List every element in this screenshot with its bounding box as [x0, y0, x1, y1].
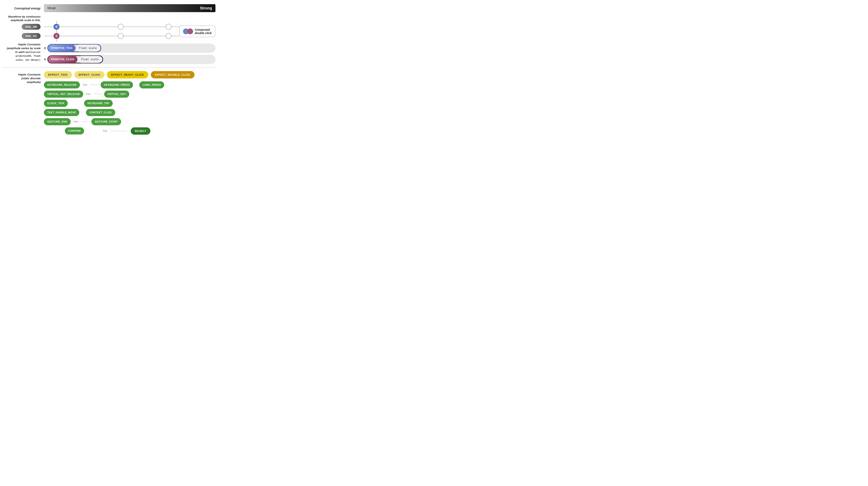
effect-click-button[interactable]: EFFECT_CLICK: [74, 71, 104, 78]
hal-h0-mid1: [118, 24, 124, 30]
pair-label-3: Pair: [73, 120, 78, 123]
effect-tick-button[interactable]: EFFECT_TICK: [44, 71, 72, 78]
disc-row-text-handle: TEXT_HANDLE_MOVE CONTEXT_CLICK: [44, 109, 215, 116]
primitive-section: Haptic Constants(amplitude varies by sca…: [2, 43, 215, 64]
hal-h0-mid2: [166, 24, 172, 30]
tick-indicator: [44, 47, 46, 49]
discrete-label: Haptic Constants(static discreteamplitud…: [2, 71, 44, 84]
disc-row-gesture: GESTURE_END Pair GESTURE_START: [44, 118, 215, 125]
disc-row-keyboard: KEYBOARD_RELEASE Pair KEYBOARD_PRESS LON…: [44, 82, 215, 89]
hal-h1-badge: HAL_H1: [22, 33, 40, 39]
composed-legend-box: Composeddouble click: [179, 26, 215, 37]
hal-h1-label: HAL_H1: [2, 33, 44, 39]
primitive-tick-row: PRIMITIVE_TICK float scale: [44, 43, 215, 53]
legend-circles: [183, 28, 193, 34]
disc-row-clock: CLOCK_TICK KEYBOARD_TAP: [44, 100, 215, 107]
hal-h0-start-circle: S: [54, 24, 59, 30]
keyboard-tap-button[interactable]: KEYBOARD_TAP: [84, 100, 113, 107]
disc-row-virtual-key: VIRTUAL_KEY_RELEASE Pair VIRTUAL_KEY: [44, 91, 215, 98]
reject-button[interactable]: REJECT: [131, 127, 150, 135]
hal-sliders-wrapper: HAL_H0 S HAL_H1 S: [2, 23, 215, 40]
primitive-bars: PRIMITIVE_TICK float scale PRIMITIVE_CLI…: [44, 43, 215, 64]
hal-h0-badge: HAL_H0: [22, 24, 40, 30]
energy-bar: Weak Strong: [44, 4, 215, 12]
click-scale-badge: float scale: [78, 56, 102, 63]
composed-legend-text: Composeddouble click: [195, 28, 212, 35]
energy-strong-label: Strong: [200, 6, 212, 10]
confirm-button[interactable]: CONFIRM: [65, 127, 84, 134]
click-track[interactable]: PRIMITIVE_CLICK float scale: [47, 55, 215, 64]
disc-row-confirm: CONFIRM Pair REJECT: [44, 127, 215, 135]
clock-tick-button[interactable]: CLOCK_TICK: [44, 100, 68, 107]
hal-h1-mid2: [166, 33, 172, 39]
click-indicator: [44, 58, 46, 60]
hal-h0-label: HAL_H0: [2, 24, 44, 30]
tick-track[interactable]: PRIMITIVE_TICK float scale: [47, 43, 215, 53]
discrete-grid: EFFECT_TICK EFFECT_CLICK EFFECT_HEAVY_CL…: [44, 71, 215, 135]
tick-scale-badge: float scale: [76, 44, 100, 52]
legend-pink-circle: [187, 28, 193, 34]
tick-pill: PRIMITIVE_TICK float scale: [48, 44, 101, 52]
context-click-button[interactable]: CONTEXT_CLICK: [86, 109, 115, 116]
keyboard-release-button[interactable]: KEYBOARD_RELEASE: [44, 82, 80, 89]
effect-heavy-click-button[interactable]: EFFECT_HEAVY_CLICK: [107, 71, 148, 78]
click-pill: PRIMITIVE_CLICK float scale: [48, 56, 103, 63]
conceptual-energy-row: Conceptual energy Weak Strong: [2, 4, 215, 12]
primitive-label: Haptic Constants(amplitude varies by sca…: [2, 43, 44, 62]
gesture-end-button[interactable]: GESTURE_END: [44, 118, 71, 125]
section-divider: [2, 67, 215, 68]
pair-label-2: Pair: [86, 93, 91, 96]
discrete-section: Haptic Constants(static discreteamplitud…: [2, 71, 215, 135]
pair-label-4: Pair: [103, 129, 107, 132]
long-press-button[interactable]: LONG_PRESS: [139, 82, 164, 89]
energy-gradient: Weak Strong: [44, 4, 215, 12]
pair-line-1: [90, 85, 98, 85]
conceptual-energy-label: Conceptual energy: [2, 7, 44, 10]
effect-double-click-button[interactable]: EFFECT_DOUBLE_CLICK: [151, 71, 194, 78]
effects-row: EFFECT_TICK EFFECT_CLICK EFFECT_HEAVY_CL…: [44, 71, 215, 78]
keyboard-press-button[interactable]: KEYBOARD_PRESS: [101, 82, 133, 89]
energy-weak-label: Weak: [47, 6, 56, 10]
waveform-label-row: Waveform by continuousamplitude scale in…: [2, 15, 215, 22]
click-name-badge: PRIMITIVE_CLICK: [48, 56, 78, 63]
gesture-start-button[interactable]: GESTURE_START: [91, 118, 121, 125]
hal-h1-mid1: [118, 33, 124, 39]
pair-label-1: Pair: [83, 84, 87, 86]
virtual-key-button[interactable]: VIRTUAL_KEY: [104, 91, 129, 98]
waveform-label: Waveform by continuousamplitude scale in…: [2, 15, 44, 22]
main-page: Conceptual energy Weak Strong Waveform b…: [0, 0, 218, 139]
text-handle-move-button[interactable]: TEXT_HANDLE_MOVE: [44, 109, 79, 116]
tick-name-badge: PRIMITIVE_TICK: [48, 44, 75, 52]
primitive-click-row: PRIMITIVE_CLICK float scale: [44, 55, 215, 64]
virtual-key-release-button[interactable]: VIRTUAL_KEY_RELEASE: [44, 91, 83, 98]
hal-h1-start-circle: S: [54, 33, 59, 39]
